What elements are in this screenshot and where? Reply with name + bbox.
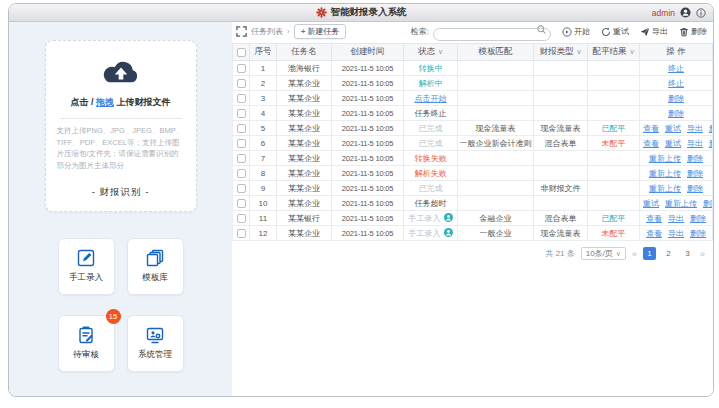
row-action-link[interactable]: 导出 <box>668 229 684 238</box>
report-type-cell: 现金流量表 <box>534 226 588 241</box>
row-action-link[interactable]: 删除 <box>690 229 706 238</box>
col-header-status[interactable]: 状态∨ <box>404 44 458 61</box>
row-action-link[interactable]: 查看 <box>646 214 662 223</box>
balance-result-cell <box>588 166 640 181</box>
row-action-link[interactable]: 删除 <box>668 109 684 118</box>
row-action-link[interactable]: 重试 <box>665 124 681 133</box>
row-checkbox[interactable] <box>237 64 246 73</box>
col-header-report-type[interactable]: 财报类型∨ <box>534 44 588 61</box>
row-checkbox[interactable] <box>237 109 246 118</box>
page-button-1[interactable]: 1 <box>643 247 656 260</box>
report-recognize-button[interactable]: - 财报识别 - <box>46 186 196 199</box>
upload-drag-link[interactable]: 拖拽 <box>96 97 114 107</box>
chevron-down-icon: ∨ <box>629 48 634 55</box>
status-label: 转换中 <box>419 64 443 73</box>
row-action-link[interactable]: 查看 <box>643 124 659 133</box>
row-checkbox-cell <box>233 106 250 121</box>
sidebar-item-manual-entry[interactable]: 手工录入 <box>58 238 115 295</box>
breadcrumb[interactable]: 任务列表 <box>251 26 283 37</box>
operations-cell: 重新上传删除 <box>640 181 713 196</box>
row-action-link[interactable]: 删除 <box>687 169 703 178</box>
search-magnifier-icon[interactable] <box>537 25 546 34</box>
report-type-cell <box>534 61 588 76</box>
row-action-link[interactable]: 删除 <box>709 139 713 148</box>
task-name-cell: 某某企业 <box>277 76 332 91</box>
row-checkbox[interactable] <box>237 139 246 148</box>
row-checkbox[interactable] <box>237 184 246 193</box>
operations-cell: 查看导出删除 <box>640 211 713 226</box>
row-checkbox[interactable] <box>237 199 246 208</box>
export-button[interactable]: 导出 <box>640 26 668 37</box>
sidebar: 点击 / 拖拽 上传财报文件 支持上传PNG、JPG、JPEG、BMP、TIFF… <box>9 22 232 396</box>
row-action-link[interactable]: 查看 <box>646 229 662 238</box>
row-action-link[interactable]: 删除 <box>709 124 713 133</box>
row-action-link[interactable]: 删除 <box>668 94 684 103</box>
sidebar-item-label: 待审核 <box>73 349 99 361</box>
select-all-checkbox[interactable] <box>237 48 246 57</box>
row-no-cell: 4 <box>250 106 277 121</box>
row-action-link[interactable]: 导出 <box>687 139 703 148</box>
pending-review-count-badge: 15 <box>106 309 121 324</box>
row-checkbox[interactable] <box>237 229 246 238</box>
upload-click-text: 点击 / <box>70 97 93 107</box>
row-action-link[interactable]: 重试 <box>643 199 659 208</box>
search-box <box>433 23 551 41</box>
search-label: 检索: <box>411 26 429 37</box>
row-action-link[interactable]: 重新上传 <box>649 184 681 193</box>
total-count-label: 共 21 条 <box>545 248 574 259</box>
manual-entry-avatar-icon <box>444 228 453 237</box>
retry-button[interactable]: 重试 <box>601 26 629 37</box>
row-checkbox[interactable] <box>237 214 246 223</box>
task-name-cell: 某某企业 <box>277 106 332 121</box>
sidebar-item-pending-review[interactable]: 15 待审核 <box>58 315 115 372</box>
col-header-template-match: 模板匹配 <box>458 44 534 61</box>
status-label: 手工录入 <box>409 229 441 238</box>
row-checkbox[interactable] <box>237 154 246 163</box>
table-row: 12某某企业2021-11-5 10:05手工录入一般企业现金流量表未配平查看导… <box>233 226 713 241</box>
row-checkbox[interactable] <box>237 169 246 178</box>
prev-page-button[interactable]: « <box>632 249 637 259</box>
status-label: 解析中 <box>419 79 443 88</box>
balance-result-cell <box>588 91 640 106</box>
upload-dropzone[interactable]: 点击 / 拖拽 上传财报文件 支持上传PNG、JPG、JPEG、BMP、TIFF… <box>45 40 197 212</box>
info-icon[interactable] <box>696 8 706 18</box>
row-action-link[interactable]: 终止 <box>668 64 684 73</box>
page-size-select[interactable]: 10条/页 ∨ <box>581 247 626 260</box>
next-page-button[interactable]: » <box>700 249 705 259</box>
expand-fullscreen-icon[interactable] <box>236 26 247 37</box>
status-label: 转换失败 <box>415 154 447 163</box>
search-input[interactable] <box>433 28 551 41</box>
page-button-3[interactable]: 3 <box>681 247 694 260</box>
row-action-link[interactable]: 查看 <box>643 139 659 148</box>
col-header-balance-result[interactable]: 配平结果∨ <box>588 44 640 61</box>
row-action-link[interactable]: 重试 <box>665 139 681 148</box>
status-label: 已完成 <box>419 184 443 193</box>
row-no-cell: 3 <box>250 91 277 106</box>
export-paper-plane-icon <box>640 27 650 37</box>
status-cell: 点击开始 <box>404 91 458 106</box>
balance-result-cell <box>588 196 640 211</box>
page-button-2[interactable]: 2 <box>662 247 675 260</box>
row-action-link[interactable]: 重新上传 <box>665 199 697 208</box>
row-action-link[interactable]: 导出 <box>668 214 684 223</box>
user-avatar-icon[interactable] <box>680 7 691 18</box>
row-action-link[interactable]: 删除 <box>690 214 706 223</box>
row-action-link[interactable]: 终止 <box>668 79 684 88</box>
status-start-link[interactable]: 点击开始 <box>415 94 447 103</box>
row-checkbox[interactable] <box>237 94 246 103</box>
row-action-link[interactable]: 删除 <box>703 199 713 208</box>
table-row: 5某某企业2021-11-5 10:05已完成现金流量表现金流量表已配平查看重试… <box>233 121 713 136</box>
row-checkbox[interactable] <box>237 79 246 88</box>
row-action-link[interactable]: 删除 <box>687 154 703 163</box>
row-action-link[interactable]: 重新上传 <box>649 154 681 163</box>
sidebar-item-template-library[interactable]: 模板库 <box>127 238 184 295</box>
sidebar-item-system-management[interactable]: 系统管理 <box>127 315 184 372</box>
row-action-link[interactable]: 导出 <box>687 124 703 133</box>
row-action-link[interactable]: 删除 <box>687 184 703 193</box>
delete-button[interactable]: 删除 <box>679 26 707 37</box>
row-action-link[interactable]: 重新上传 <box>649 169 681 178</box>
new-task-button[interactable]: + 新建任务 <box>294 24 347 39</box>
start-button[interactable]: 开始 <box>562 26 590 37</box>
template-match-cell <box>458 76 534 91</box>
row-checkbox[interactable] <box>237 124 246 133</box>
